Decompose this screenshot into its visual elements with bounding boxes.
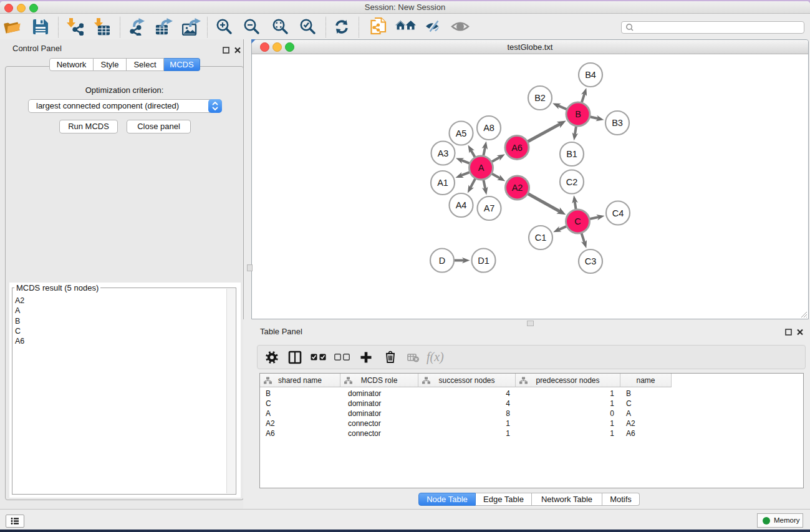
svg-text:A1: A1 [437,178,448,188]
svg-text:B3: B3 [612,118,623,128]
svg-text:C2: C2 [566,177,578,187]
svg-text:B2: B2 [534,93,546,103]
svg-text:B1: B1 [566,149,577,159]
svg-text:A5: A5 [456,128,467,138]
svg-text:A4: A4 [456,200,467,210]
svg-text:A6: A6 [511,143,523,153]
svg-text:A3: A3 [438,148,449,158]
svg-text:D: D [439,256,445,266]
svg-text:C4: C4 [612,208,624,218]
svg-text:C: C [574,216,581,226]
svg-text:A2: A2 [512,183,523,193]
svg-text:B: B [575,109,581,119]
svg-text:C1: C1 [535,233,547,243]
svg-text:A: A [478,163,485,173]
svg-text:D1: D1 [478,256,489,266]
svg-text:B4: B4 [585,70,596,80]
svg-text:A7: A7 [484,203,495,213]
svg-text:A8: A8 [483,123,494,133]
svg-text:C3: C3 [585,256,597,266]
